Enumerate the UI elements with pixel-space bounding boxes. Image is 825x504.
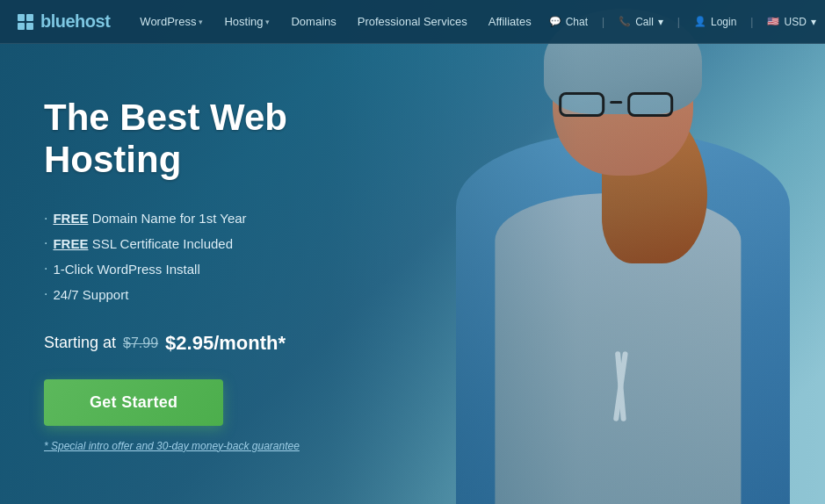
call-button[interactable]: 📞 Call ▾ — [610, 11, 672, 32]
chevron-down-icon: ▾ — [199, 18, 203, 26]
chat-label: Chat — [566, 16, 588, 28]
logo[interactable]: bluehost — [18, 11, 110, 32]
nav-label-wordpress: WordPress — [140, 15, 196, 28]
login-label: Login — [711, 16, 736, 28]
logo-text: bluehost — [40, 11, 110, 32]
feature-text-wordpress: 1-Click WordPress Install — [53, 257, 199, 281]
separator-3: | — [750, 16, 753, 28]
phone-icon: 📞 — [619, 16, 631, 27]
hero-content: The Best Web Hosting · FREE Domain Name … — [0, 44, 422, 504]
feature-item-ssl: · FREE SSL Certificate Included — [44, 231, 378, 256]
feature-item-wordpress: · 1-Click WordPress Install — [44, 256, 378, 282]
nav-label-domains: Domains — [291, 15, 336, 28]
currency-button[interactable]: 🇺🇸 USD ▾ — [758, 11, 824, 32]
nav-item-professional-services[interactable]: Professional Services — [349, 10, 476, 33]
chat-button[interactable]: 💬 Chat — [540, 11, 597, 32]
chevron-down-icon: ▾ — [658, 16, 663, 28]
nav-item-wordpress[interactable]: WordPress ▾ — [131, 10, 212, 33]
features-list: · FREE Domain Name for 1st Year · FREE S… — [44, 206, 378, 307]
chevron-down-icon: ▾ — [265, 18, 270, 26]
chat-icon: 💬 — [549, 16, 561, 27]
nav-item-affiliates[interactable]: Affiliates — [480, 10, 540, 33]
nav-left: bluehost WordPress ▾ Hosting ▾ Domains P… — [18, 10, 540, 33]
hero-title: The Best Web Hosting — [44, 97, 378, 182]
nav-right: 💬 Chat | 📞 Call ▾ | 👤 Login | 🇺🇸 USD ▾ — [540, 11, 825, 32]
nav-item-domains[interactable]: Domains — [282, 10, 344, 33]
feature-item-domain: · FREE Domain Name for 1st Year — [44, 206, 378, 232]
navbar: bluehost WordPress ▾ Hosting ▾ Domains P… — [0, 0, 825, 44]
feature-free-text: FREE — [53, 211, 88, 226]
pricing-line: Starting at $7.99 $2.95/month* — [44, 332, 378, 355]
get-started-button[interactable]: Get Started — [44, 379, 223, 426]
bullet-icon: · — [44, 282, 47, 307]
chevron-down-icon: ▾ — [811, 16, 816, 28]
feature-item-support: · 24/7 Support — [44, 282, 378, 307]
cta-area: Get Started — [44, 379, 378, 440]
currency-label: USD — [784, 16, 806, 28]
user-icon: 👤 — [694, 16, 706, 27]
nav-item-hosting[interactable]: Hosting ▾ — [215, 10, 279, 33]
nav-menu: WordPress ▾ Hosting ▾ Domains Profession… — [131, 10, 539, 33]
separator-2: | — [677, 16, 680, 28]
logo-grid-icon — [18, 14, 33, 30]
feature-text-support: 24/7 Support — [53, 283, 128, 306]
bullet-icon: · — [44, 206, 47, 232]
separator: | — [602, 16, 604, 28]
bullet-icon: · — [44, 256, 47, 282]
feature-text-ssl: FREE SSL Certificate Included — [53, 232, 233, 256]
nav-label-professional-services: Professional Services — [358, 15, 467, 28]
guarantee-text[interactable]: * Special intro offer and 30-day money-b… — [44, 440, 378, 452]
price-old: $7.99 — [123, 335, 158, 351]
nav-label-affiliates: Affiliates — [488, 15, 532, 28]
nav-label-hosting: Hosting — [224, 15, 263, 28]
login-button[interactable]: 👤 Login — [685, 11, 745, 32]
flag-icon: 🇺🇸 — [767, 16, 779, 27]
pricing-prefix: Starting at — [44, 334, 116, 352]
price-new: $2.95/month* — [165, 332, 286, 355]
bullet-icon: · — [44, 231, 47, 256]
call-label: Call — [635, 16, 654, 28]
